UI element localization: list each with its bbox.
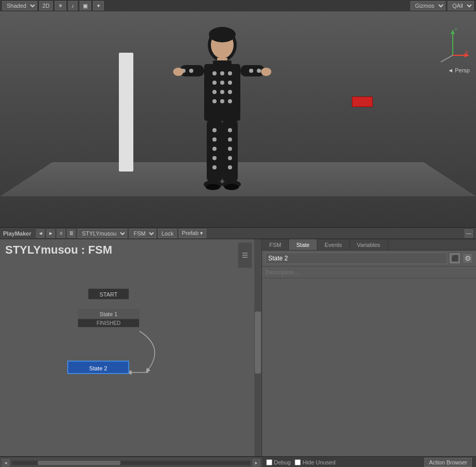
shading-dropdown[interactable]: Shaded — [2, 1, 37, 10]
svg-point-1 — [211, 32, 234, 58]
node-state1[interactable]: State 1 FINISHED — [78, 309, 140, 328]
hide-unused-checkbox[interactable] — [295, 459, 301, 465]
playmaker-panel: PlayMaker ◄ ► ≡ ≣ STYLYmusou FSM Lock Pr… — [0, 227, 476, 467]
svg-point-30 — [228, 137, 232, 142]
state-description[interactable]: Description... — [262, 267, 476, 278]
svg-point-2 — [209, 27, 236, 42]
svg-point-13 — [228, 90, 232, 94]
debug-checkbox-group: Debug — [266, 459, 290, 465]
svg-rect-21 — [240, 65, 265, 76]
state-settings-btn[interactable]: ⚙ — [463, 253, 473, 263]
graph-scrollbar[interactable] — [254, 239, 262, 456]
red-object — [352, 97, 373, 107]
state-panel: ⬛ ⚙ Description... — [262, 251, 476, 456]
hide-unused-label: Hide Unused — [302, 459, 335, 465]
svg-point-12 — [220, 90, 224, 94]
node-state2[interactable]: State 2 — [67, 361, 129, 374]
2d-toggle[interactable]: 2D — [39, 1, 53, 10]
gizmos-area: Gizmos QAll — [410, 0, 476, 11]
viewport-toolbar: Shaded 2D ☀ ♪ ▣ ✦ Gizmos QAll — [0, 0, 476, 11]
audio-icon[interactable]: ♪ — [68, 1, 78, 10]
tab-fsm[interactable]: FSM — [262, 239, 289, 250]
svg-point-34 — [228, 156, 232, 160]
svg-point-14 — [212, 99, 217, 103]
svg-point-18 — [181, 69, 186, 73]
svg-text:X: X — [465, 50, 468, 55]
debug-checkbox[interactable] — [266, 459, 272, 465]
svg-point-10 — [228, 81, 232, 85]
hscroll-thumb[interactable] — [38, 461, 120, 465]
svg-line-48 — [441, 55, 453, 62]
unity-viewport: Shaded 2D ☀ ♪ ▣ ✦ Gizmos QAll — [0, 0, 476, 227]
svg-point-5 — [212, 71, 217, 75]
scroll-right-btn[interactable]: ► — [253, 459, 260, 466]
svg-point-33 — [212, 156, 217, 160]
hscroll-track[interactable] — [11, 460, 251, 465]
svg-point-24 — [261, 68, 271, 76]
state-name-input[interactable] — [265, 253, 447, 264]
svg-text:Y: Y — [454, 27, 457, 32]
svg-rect-41 — [213, 60, 232, 66]
svg-point-7 — [228, 71, 232, 75]
white-pole — [119, 53, 133, 172]
footer-right: Debug Hide Unused Action Browser — [262, 457, 476, 467]
svg-point-0 — [208, 28, 237, 61]
layer-filter-dropdown[interactable]: QAll — [448, 1, 474, 10]
svg-rect-4 — [204, 64, 240, 121]
playmaker-title: PlayMaker — [3, 230, 31, 237]
persp-label: ◄ Persp — [448, 67, 470, 73]
fsm-dropdown[interactable]: FSM — [129, 229, 156, 238]
graph-connections — [0, 239, 262, 456]
svg-point-8 — [212, 81, 217, 85]
svg-point-22 — [249, 69, 253, 73]
pm-tabs: FSM State Events Variables — [262, 239, 476, 251]
effect-icon[interactable]: ✦ — [93, 1, 104, 10]
tab-variables[interactable]: Variables — [350, 239, 388, 250]
svg-rect-17 — [180, 65, 204, 76]
state-header: ⬛ ⚙ — [262, 251, 476, 267]
svg-point-6 — [220, 71, 224, 75]
scene-content: Y X ◄ Persp — [0, 11, 476, 227]
svg-point-31 — [212, 147, 217, 151]
playmaker-header: PlayMaker ◄ ► ≡ ≣ STYLYmusou FSM Lock Pr… — [0, 228, 476, 239]
state-color-btn[interactable]: ⬛ — [449, 253, 460, 264]
graph-hscrollbar: ◄ ► — [0, 457, 262, 467]
sun-icon[interactable]: ☀ — [55, 1, 66, 10]
lock-btn[interactable]: Lock — [158, 229, 176, 238]
fsm-state-panel: FSM State Events Variables ⬛ ⚙ Descripti… — [262, 239, 476, 456]
prefab-btn[interactable]: Prefab ▾ — [179, 229, 206, 238]
node-state1-title: State 1 — [78, 309, 139, 319]
fsm-object-dropdown[interactable]: STYLYmusou — [78, 229, 127, 238]
nav-menu-btn[interactable]: ≡ — [57, 229, 65, 238]
floor-plane — [0, 162, 476, 196]
nav-back-btn[interactable]: ◄ — [36, 229, 44, 238]
fsm-graph[interactable]: STYLYmusou : FSM — [0, 239, 262, 456]
nav-forward-btn[interactable]: ► — [47, 229, 55, 238]
tab-state[interactable]: State — [289, 239, 317, 250]
svg-point-32 — [228, 147, 232, 151]
pm-bottom-row: ◄ ► Debug Hide Unused Action Browser — [0, 456, 476, 467]
axis-gizmo: Y X — [435, 27, 471, 68]
svg-point-20 — [173, 68, 183, 76]
collapse-btn[interactable]: — — [465, 229, 473, 238]
gizmos-dropdown[interactable]: Gizmos — [410, 1, 446, 10]
minimap-btn[interactable] — [238, 242, 252, 268]
svg-point-29 — [212, 137, 217, 142]
graph-scrollbar-thumb[interactable] — [255, 312, 261, 373]
state-body — [262, 278, 476, 456]
svg-point-28 — [228, 128, 232, 132]
nav-list-btn[interactable]: ≣ — [67, 229, 75, 238]
svg-point-9 — [220, 81, 224, 85]
scroll-left-btn[interactable]: ◄ — [2, 459, 9, 466]
tab-events[interactable]: Events — [317, 239, 350, 250]
node-state1-transition: FINISHED — [78, 319, 139, 327]
hide-unused-checkbox-group: Hide Unused — [295, 459, 335, 465]
svg-point-16 — [228, 99, 232, 103]
image-icon[interactable]: ▣ — [80, 1, 91, 10]
debug-label: Debug — [274, 459, 290, 465]
node-start[interactable]: START — [88, 288, 129, 300]
svg-point-15 — [220, 99, 224, 103]
svg-rect-3 — [217, 58, 227, 66]
svg-point-11 — [212, 90, 217, 94]
action-browser-btn[interactable]: Action Browser — [424, 458, 472, 467]
